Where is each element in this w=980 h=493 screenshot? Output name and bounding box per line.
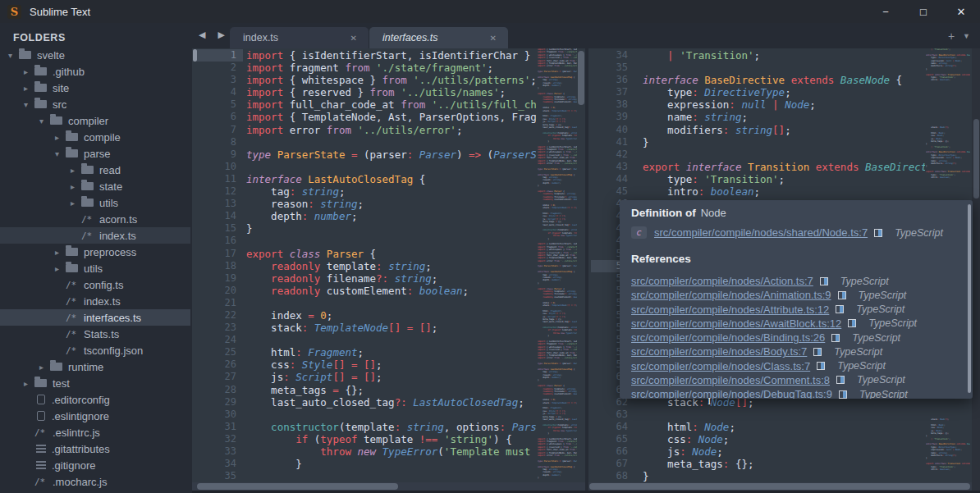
code-line[interactable] xyxy=(246,470,536,482)
code-line[interactable]: import error from '../utils/error'; xyxy=(246,124,536,136)
line-number[interactable]: 23 xyxy=(197,322,243,334)
line-number[interactable]: 28 xyxy=(197,384,243,396)
line-number[interactable]: 11 xyxy=(197,173,243,185)
line-number[interactable]: 14 xyxy=(197,210,243,222)
line-number[interactable]: 24 xyxy=(197,334,243,346)
code-line[interactable]: import { isIdentifierStart, isIdentifier… xyxy=(246,49,536,62)
code-line[interactable]: import full_char_code_at from '../utils/… xyxy=(246,98,536,111)
line-number[interactable]: 3 xyxy=(197,74,243,86)
code-line[interactable]: interface BaseDirective extends BaseNode… xyxy=(643,74,925,86)
tree-item-.mocharc.js[interactable]: /*.mocharc.js xyxy=(0,473,190,490)
tree-item-config.ts[interactable]: /*config.ts xyxy=(0,276,190,293)
code-line[interactable]: type: 'Transition'; xyxy=(643,173,925,185)
code-line[interactable]: last_auto_closed_tag?: LastAutoClosedTag… xyxy=(246,396,536,409)
code-line[interactable]: js: Node; xyxy=(643,445,925,458)
line-number[interactable]: 39 xyxy=(591,111,634,123)
right-pane-hscrollbar-thumb[interactable] xyxy=(589,483,970,490)
code-line[interactable]: readonly template: string; xyxy=(246,260,536,272)
line-number[interactable]: 35 xyxy=(197,470,243,482)
code-line[interactable]: } xyxy=(643,470,925,482)
code-line[interactable]: import { whitespace } from '../utils/pat… xyxy=(246,74,536,86)
line-number[interactable]: 1 xyxy=(197,49,243,62)
chevron-right-icon[interactable]: ▸ xyxy=(55,248,66,257)
line-number[interactable]: 9 xyxy=(197,148,243,161)
line-number[interactable]: 42 xyxy=(591,148,634,161)
code-line[interactable]: stack: TemplateNode[] = []; xyxy=(246,322,536,334)
code-line[interactable]: html: Node; xyxy=(643,421,925,433)
code-line[interactable]: throw new TypeError('Template must be a … xyxy=(246,445,536,458)
open-file-icon[interactable] xyxy=(831,334,840,342)
code-line[interactable]: js: Script[] = []; xyxy=(246,371,536,383)
reference-link[interactable]: src/compiler/compile/nodes/Action.ts:7 xyxy=(631,275,813,287)
code-line[interactable]: meta_tags: {}; xyxy=(643,458,925,470)
tab-index-ts[interactable]: index.ts ✕ xyxy=(230,27,369,48)
code-line[interactable]: type: DirectiveType; xyxy=(643,86,925,98)
line-number[interactable]: 65 xyxy=(591,433,634,445)
code-line[interactable]: meta_tags = {}; xyxy=(246,384,536,396)
tree-item-Stats.ts[interactable]: /*Stats.ts xyxy=(0,326,190,342)
chevron-down-icon[interactable]: ▾ xyxy=(55,149,66,158)
code-line[interactable]: import { reserved } from '../utils/names… xyxy=(246,86,536,98)
code-line[interactable]: readonly customElement: boolean; xyxy=(246,285,536,297)
line-number[interactable]: 43 xyxy=(591,161,634,173)
line-number[interactable]: 67 xyxy=(591,458,634,470)
tree-item-utils[interactable]: ▸utils xyxy=(0,260,190,276)
line-number[interactable]: 34 xyxy=(197,458,243,470)
line-number[interactable]: 6 xyxy=(197,111,243,123)
reference-link[interactable]: src/compiler/compile/nodes/Comment.ts:8 xyxy=(631,374,830,386)
close-button[interactable]: ✕ xyxy=(942,0,980,23)
tree-item-read[interactable]: ▸read xyxy=(0,162,190,178)
line-number[interactable]: 31 xyxy=(197,421,243,433)
line-number[interactable]: 19 xyxy=(197,272,243,285)
open-file-icon[interactable] xyxy=(839,390,847,399)
code-line[interactable] xyxy=(246,409,536,421)
code-line[interactable] xyxy=(643,409,925,421)
line-number[interactable]: 66 xyxy=(591,445,634,458)
definition-link[interactable]: src/compiler/compile/nodes/shared/Node.t… xyxy=(654,226,868,239)
reference-link[interactable]: src/compiler/compile/nodes/Binding.ts:26 xyxy=(631,331,825,344)
chevron-right-icon[interactable]: ▸ xyxy=(55,264,66,273)
line-number[interactable]: 12 xyxy=(197,185,243,198)
line-number[interactable]: 21 xyxy=(197,297,243,309)
tab-history-forward-icon[interactable]: ▶ xyxy=(218,30,230,39)
code-line[interactable]: export interface Transition extends Base… xyxy=(643,161,925,173)
code-line[interactable]: | 'Transition'; xyxy=(643,49,925,62)
popup-scrollbar[interactable] xyxy=(968,204,971,393)
minimap[interactable]: import { isIdentifierStart, isIdentifier… xyxy=(538,48,577,482)
code-line[interactable]: import { TemplateNode, Ast, ParserOption… xyxy=(246,111,536,123)
line-number[interactable]: 37 xyxy=(591,86,634,98)
code-line[interactable]: } xyxy=(246,458,536,470)
line-number[interactable]: 8 xyxy=(197,136,243,148)
line-number[interactable]: 10 xyxy=(197,161,243,173)
chevron-right-icon[interactable]: ▸ xyxy=(71,166,81,175)
code-line[interactable]: css: Node; xyxy=(643,433,925,445)
open-file-icon[interactable] xyxy=(836,376,845,384)
tree-item-interfaces.ts[interactable]: /*interfaces.ts xyxy=(0,309,190,326)
open-file-icon[interactable] xyxy=(820,277,828,285)
line-number[interactable]: 29 xyxy=(197,396,243,409)
right-pane-hscrollbar-track[interactable] xyxy=(588,482,972,491)
tree-item-.github[interactable]: ▸.github xyxy=(0,63,190,80)
reference-link[interactable]: src/compiler/compile/nodes/Attribute.ts:… xyxy=(631,304,829,316)
line-number[interactable]: 64 xyxy=(591,421,634,433)
open-file-icon[interactable] xyxy=(813,348,822,356)
right-pane-scrollbar-thumb[interactable] xyxy=(973,119,979,199)
left-pane-vertical-scrollbar[interactable] xyxy=(578,51,584,105)
open-file-icon[interactable] xyxy=(848,319,856,327)
tree-item-utils[interactable]: ▸utils xyxy=(0,194,190,211)
reference-link[interactable]: src/compiler/compile/nodes/Animation.ts:… xyxy=(631,289,831,301)
tree-item-preprocess[interactable]: ▸preprocess xyxy=(0,244,190,260)
code-line[interactable]: import fragment from './state/fragment'; xyxy=(246,62,536,74)
line-number[interactable]: 16 xyxy=(197,235,243,247)
chevron-right-icon[interactable]: ▸ xyxy=(24,84,34,93)
code-line[interactable]: export class Parser { xyxy=(246,248,536,260)
line-number[interactable]: 27 xyxy=(197,371,243,383)
chevron-right-icon[interactable]: ▸ xyxy=(39,363,50,372)
new-tab-button[interactable]: + xyxy=(948,30,955,43)
chevron-down-icon[interactable]: ▾ xyxy=(24,100,34,109)
line-number[interactable]: 44 xyxy=(591,173,634,185)
code-line[interactable]: intro: boolean; xyxy=(643,185,925,198)
code-line[interactable]: index = 0; xyxy=(246,309,536,322)
line-number[interactable]: 22 xyxy=(197,309,243,322)
code-line[interactable] xyxy=(246,161,536,173)
